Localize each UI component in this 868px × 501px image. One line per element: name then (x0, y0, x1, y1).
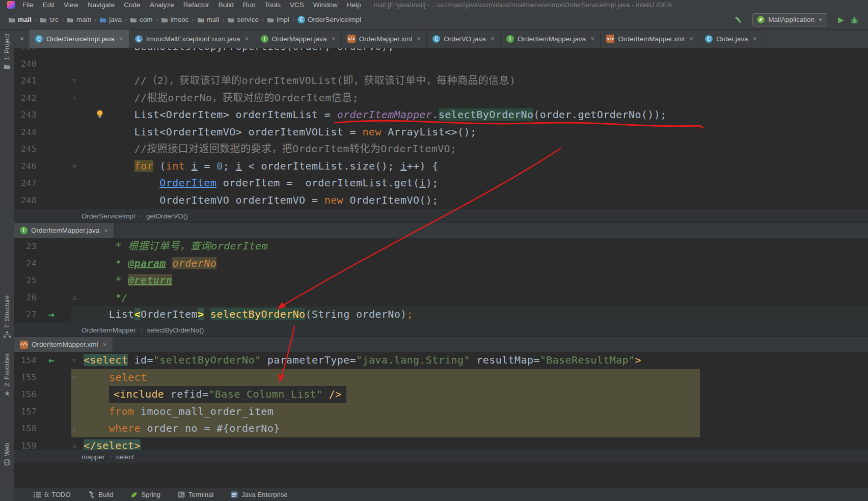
nav-crumb-java[interactable]: java (98, 16, 123, 23)
sidebar-item--structure[interactable]: 7: Structure (0, 295, 14, 338)
code-line-24[interactable]: 24* @param orderNo (14, 255, 868, 272)
close-icon[interactable]: × (119, 35, 123, 43)
breadcrumb-item[interactable]: OrderServiceImpl (82, 212, 135, 220)
menu-item-navigate[interactable]: Navigate (83, 1, 119, 9)
breadcrumb-item[interactable]: getOrderVO() (146, 212, 188, 220)
bottom-tool-java-enterprise[interactable]: Java Enterprise (231, 491, 287, 498)
nav-crumb-imooc[interactable]: imooc (160, 16, 190, 23)
fold-marker-icon[interactable]: ▽ (65, 369, 84, 386)
breadcrumb-item[interactable]: mapper (82, 453, 105, 461)
tab-order-java[interactable]: COrder.java× (699, 30, 763, 48)
run-button[interactable]: ▶ (834, 13, 848, 26)
tab-ordermapper-java[interactable]: IOrderMapper.java× (255, 30, 342, 48)
breadcrumb-item[interactable]: selectByOrderNo() (147, 326, 204, 334)
close-icon[interactable]: × (103, 341, 107, 349)
code-line-155[interactable]: 155▽select (14, 369, 868, 386)
debug-button[interactable] (848, 13, 861, 26)
navigate-to-xml-icon[interactable]: → (42, 306, 61, 323)
close-icon[interactable]: × (14, 30, 30, 48)
breadcrumb-item[interactable]: select (116, 453, 134, 461)
menu-item-analyze[interactable]: Analyze (145, 1, 179, 9)
tab-imoocmallexceptionenum-java[interactable]: EImoocMallExceptionEnum.java× (129, 30, 255, 48)
code-line-159[interactable]: 159⌂</select> (14, 437, 868, 451)
close-icon[interactable]: × (104, 227, 108, 235)
run-configuration-select[interactable]: MallApplication ▼ (752, 13, 827, 26)
nav-crumb-service[interactable]: service (226, 16, 260, 23)
breadcrumb-item[interactable]: OrderItemMapper (82, 326, 136, 334)
close-icon[interactable]: × (491, 35, 495, 43)
nav-crumb-main[interactable]: main (66, 16, 92, 23)
nav-crumb-src[interactable]: src (39, 16, 60, 23)
code-line-154[interactable]: 154←▽<select id="selectByOrderNo" parame… (14, 352, 868, 369)
menu-item-help[interactable]: Help (342, 1, 366, 9)
code-line-23[interactable]: 23* 根据订单号，查询orderItem (14, 238, 868, 255)
code-line-26[interactable]: 26⌂*/ (14, 289, 868, 307)
code-text: * 根据订单号，查询orderItem (84, 238, 868, 255)
split-tab-orderitemmapper-xml[interactable]: </>OrderItemMapper.xml× (14, 337, 113, 352)
build-tool-button[interactable] (732, 13, 745, 26)
fold-marker-icon[interactable]: ▽ (65, 352, 84, 369)
menu-item-edit[interactable]: Edit (38, 1, 59, 9)
navigate-to-java-icon[interactable]: ← (42, 352, 61, 369)
sidebar-item-web[interactable]: Web (0, 443, 14, 466)
nav-crumb-orderserviceimpl[interactable]: COrderServiceImpl (296, 16, 362, 23)
bottom-tool-6-todo[interactable]: 6: TODO (34, 491, 71, 498)
menu-item-build[interactable]: Build (214, 1, 238, 9)
close-icon[interactable]: × (752, 35, 756, 43)
close-icon[interactable]: × (590, 35, 594, 43)
menu-item-code[interactable]: Code (119, 1, 145, 9)
tab-ordervo-java[interactable]: COrderVO.java× (427, 30, 501, 48)
close-icon[interactable]: × (689, 35, 693, 43)
nav-crumb-com[interactable]: com (129, 16, 154, 23)
code-line-243[interactable]: 243List<OrderItem> orderItemList = order… (14, 106, 868, 124)
menu-item-view[interactable]: View (59, 1, 83, 9)
code-line-25[interactable]: 25* @return (14, 272, 868, 289)
line-number: 155 (14, 369, 40, 386)
close-icon[interactable]: × (332, 35, 336, 43)
menu-item-tools[interactable]: Tools (260, 1, 286, 9)
code-line-244[interactable]: 244List<OrderItemVO> orderItemVOList = n… (14, 124, 868, 141)
code-line-245[interactable]: 245//按照接口对返回数据的要求，把OrderItem转化为OrderItem… (14, 141, 868, 158)
fold-marker-icon[interactable]: ▽ (65, 72, 84, 90)
code-line-240[interactable]: 240 (14, 55, 868, 73)
close-icon[interactable]: × (245, 35, 249, 43)
code-line-239[interactable]: 239BeanUtils.copyProperties(order, order… (14, 48, 868, 55)
sidebar-item--favorites[interactable]: 2: Favorites★ (0, 353, 14, 397)
code-line-241[interactable]: 241▽//（2），获取该订单的orderItemVOList(即，获取该订单中… (14, 72, 868, 90)
sidebar-item--project[interactable]: 1: Project (0, 34, 14, 70)
fold-marker-icon[interactable]: ⌂ (65, 289, 84, 307)
menu-item-window[interactable]: Window (309, 1, 342, 9)
nav-crumb-mall[interactable]: mall (196, 16, 221, 23)
editor-pane-orderserviceimpl[interactable]: 239BeanUtils.copyProperties(order, order… (14, 48, 868, 209)
nav-crumb-impl[interactable]: impl (266, 16, 290, 23)
fold-marker-icon[interactable]: ▽ (65, 158, 84, 175)
fold-marker-icon[interactable]: ⌂ (65, 437, 84, 451)
tab-orderitemmapper-xml[interactable]: </>OrderItemMapper.xml× (601, 30, 699, 48)
fold-marker-icon[interactable]: ⌂ (65, 90, 84, 107)
tab-orderserviceimpl-java[interactable]: COrderServiceImpl.java× (30, 30, 129, 48)
code-line-248[interactable]: 248OrderItemVO orderItemVO = new OrderIt… (14, 192, 868, 209)
bottom-tool-terminal[interactable]: Terminal (178, 491, 213, 498)
code-line-157[interactable]: 157from imooc_mall_order_item (14, 403, 868, 421)
fold-marker-icon[interactable]: ⌂ (65, 420, 84, 437)
editor-pane-orderitemmapper-java[interactable]: 23* 根据订单号，查询orderItem24* @param orderNo2… (14, 238, 868, 323)
menu-item-refactor[interactable]: Refactor (179, 1, 214, 9)
code-line-27[interactable]: 27→List<OrderItem> selectByOrderNo(Strin… (14, 306, 868, 323)
close-icon[interactable]: × (417, 35, 421, 43)
menu-item-vcs[interactable]: VCS (285, 1, 309, 9)
menu-item-file[interactable]: File (18, 1, 38, 9)
split-tab-orderitemmapper-java[interactable]: IOrderItemMapper.java× (14, 223, 115, 238)
bottom-tool-spring[interactable]: Spring (130, 491, 160, 498)
tab-orderitemmapper-java[interactable]: IOrderItemMapper.java× (501, 30, 601, 48)
code-line-247[interactable]: 247OrderItem orderItem = orderItemList.g… (14, 175, 868, 192)
editor-pane-orderitemmapper-xml[interactable]: 154←▽<select id="selectByOrderNo" parame… (14, 352, 868, 450)
tab-ordermapper-xml[interactable]: </>OrderMapper.xml× (342, 30, 427, 48)
bottom-tool-build[interactable]: Build (88, 491, 114, 498)
code-line-156[interactable]: 156<include refid="Base_Column_List" /> (14, 386, 868, 403)
tab-label: OrderMapper.xml (359, 35, 412, 43)
code-line-246[interactable]: 246▽for (int i = 0; i < orderItemList.si… (14, 158, 868, 175)
menu-item-run[interactable]: Run (238, 1, 260, 9)
code-line-158[interactable]: 158⌂where order_no = #{orderNo} (14, 420, 868, 437)
code-line-242[interactable]: 242⌂//根据orderNo，获取对应的OrderItem信息; (14, 90, 868, 107)
nav-crumb-mall[interactable]: mall (7, 16, 33, 23)
